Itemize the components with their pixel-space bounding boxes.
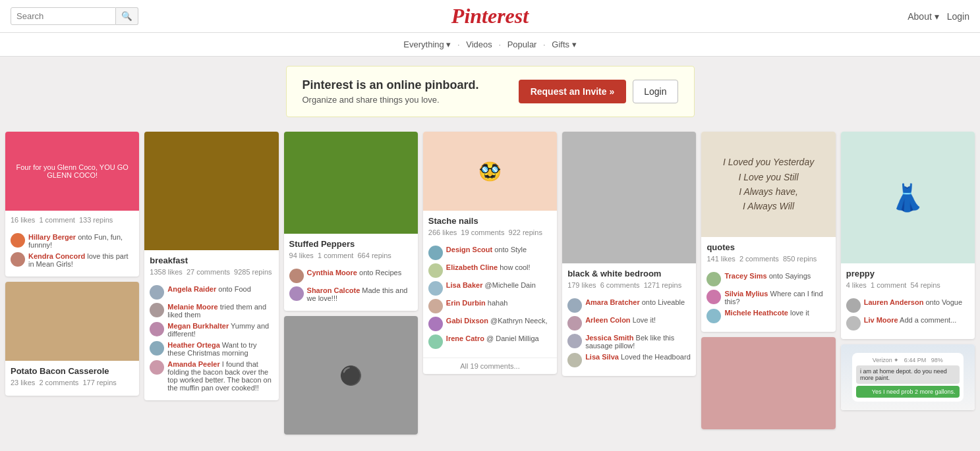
avatar <box>150 303 164 317</box>
pin-stats: 266 likes 19 comments 922 repins <box>428 228 552 236</box>
pin-stats: 16 likes 1 comment 133 repins <box>11 216 134 224</box>
comment-text: Erin Durbin hahah <box>446 299 508 307</box>
pin-card-casserole: Potato Bacon Casserole 23 likes 2 commen… <box>5 282 139 396</box>
pin-info: Stuffed Peppers 94 likes 1 comment 664 r… <box>284 234 418 269</box>
search-button[interactable]: 🔍 <box>116 7 138 25</box>
comment-item: Amanda Peeler I found that folding the b… <box>150 360 273 392</box>
pin-stats: 23 likes 2 comments 177 repins <box>11 379 134 386</box>
pin-card-quotes: I Loved you YesterdayI Love you StillI A… <box>701 132 835 332</box>
nails-icon: 🥸 <box>478 161 502 182</box>
comment-text: Arleen Colon Love it! <box>585 316 656 324</box>
pin-column-5: black & white bedroom 179 likes 6 commen… <box>562 132 696 435</box>
pin-info: Potato Bacon Casserole 23 likes 2 commen… <box>5 361 139 396</box>
avatar <box>846 316 861 331</box>
subnav-gifts[interactable]: Gifts ▾ <box>552 40 576 49</box>
avatar <box>150 341 164 356</box>
about-button[interactable]: About ▾ <box>908 11 938 22</box>
pin-title: preppy <box>846 269 969 279</box>
comment-item: Hillary Berger onto Fun, fun, funnny! <box>11 233 134 249</box>
pin-title: breakfast <box>150 255 273 265</box>
pin-image-pink: Four for you Glenn Coco, YOU GO GLENN CO… <box>5 132 139 211</box>
comment-text: Kendra Concord love this part in Mean Gi… <box>28 252 134 268</box>
banner-headline: Pinterest is an online pinboard. <box>303 78 479 92</box>
pin-column-7: 👗 preppy 4 likes 1 comment 54 repins Lau… <box>841 132 975 435</box>
avatar <box>846 298 861 313</box>
comment-item: Arleen Colon Love it! <box>567 316 691 331</box>
comment-item: Silvia Mylius Where can I find this? <box>706 290 830 305</box>
pin-card-eyeshadow <box>701 337 835 429</box>
comment-text: Lisa Baker @Michelle Dain <box>446 281 536 289</box>
pin-title: Potato Bacon Casserole <box>11 366 134 376</box>
pin-image-woman: ⚫ <box>284 316 418 435</box>
subnav-everything[interactable]: Everything ▾ <box>403 40 451 49</box>
pin-card-woman: ⚫ <box>284 316 418 435</box>
avatar <box>567 316 582 331</box>
pin-image-muffin <box>144 132 278 250</box>
pin-card-stuffed-peppers: Stuffed Peppers 94 likes 1 comment 664 r… <box>284 132 418 311</box>
pin-title: quotes <box>706 242 830 252</box>
subnav-popular[interactable]: Popular <box>507 40 537 49</box>
comment-item: Megan Burkhalter Yummy and different! <box>150 322 273 338</box>
pin-stats: 179 likes 6 comments 1271 repins <box>567 281 691 289</box>
comment-text: Elizabeth Cline how cool! <box>446 263 531 271</box>
all-comments-link[interactable]: All 19 comments... <box>423 358 557 374</box>
pin-image-peppers <box>284 132 418 234</box>
search-input[interactable] <box>11 7 116 25</box>
avatar <box>706 272 721 286</box>
pin-card-breakfast: breakfast 1358 likes 27 comments 9285 re… <box>144 132 278 400</box>
pin-stats: 94 likes 1 comment 664 repins <box>289 252 413 259</box>
pin-card-text-msg: Verizon ✦ 6:44 PM 98% i am at home depot… <box>841 344 975 410</box>
comment-text: Michele Heathcote love it <box>724 309 809 317</box>
pin-info: breakfast 1358 likes 27 comments 9285 re… <box>144 250 278 285</box>
pin-info: preppy 4 likes 1 comment 54 repins <box>841 263 975 298</box>
comment-text: Design Scout onto Style <box>446 246 527 253</box>
comment-item: Sharon Calcote Made this and we love!!! <box>289 286 413 302</box>
pin-card-dress: 👗 preppy 4 likes 1 comment 54 repins Lau… <box>841 132 975 339</box>
pin-image-text-msg: Verizon ✦ 6:44 PM 98% i am at home depot… <box>841 344 975 410</box>
comment-item: Tracey Sims onto Sayings <box>706 272 830 286</box>
comment-text: Liv Moore Add a comment... <box>864 316 957 324</box>
avatar <box>150 360 164 375</box>
avatar <box>428 263 443 278</box>
subnav-videos[interactable]: Videos <box>466 40 492 49</box>
avatar <box>567 334 582 348</box>
comment-item: Lauren Anderson onto Vogue <box>846 298 969 313</box>
pin-stats: 141 likes 2 comments 850 repins <box>706 255 830 263</box>
avatar <box>150 322 164 336</box>
comment-item: Amara Bratcher onto Liveable <box>567 298 691 313</box>
pin-title: black & white bedroom <box>567 269 691 279</box>
comment-item: Lisa Baker @Michelle Dain <box>428 281 552 296</box>
avatar <box>150 285 164 300</box>
comment-item: Liv Moore Add a comment... <box>846 316 969 331</box>
pin-title: Stuffed Peppers <box>289 239 413 249</box>
comment-item: Erin Durbin hahah <box>428 299 552 313</box>
avatar <box>11 233 25 248</box>
comment-item: Cynthia Moore onto Recipes <box>289 269 413 283</box>
comment-text: Lisa Silva Loved the Headboard <box>585 353 691 361</box>
login-button[interactable]: Login <box>947 11 969 22</box>
comment-item: Angela Raider onto Food <box>150 285 273 300</box>
comment-item: Kendra Concord love this part in Mean Gi… <box>11 252 134 268</box>
pin-card-nails: 🥸 Stache nails 266 likes 19 comments 922… <box>423 132 557 374</box>
comment-section: Cynthia Moore onto Recipes Sharon Calcot… <box>284 269 418 311</box>
comment-section: Angela Raider onto Food Melanie Moore tr… <box>144 285 278 400</box>
comment-text: Gabi Dixson @Kathryn Neeck, <box>446 317 548 325</box>
pin-image-dress: 👗 <box>841 132 975 263</box>
pin-card-pink: Four for you Glenn Coco, YOU GO GLENN CO… <box>5 132 139 277</box>
comment-text: Lauren Anderson onto Vogue <box>864 298 962 306</box>
avatar <box>706 290 721 304</box>
comment-text: Jessica Smith Bek like this sausage pill… <box>585 334 691 350</box>
comment-section: Lauren Anderson onto Vogue Liv Moore Add… <box>841 298 975 339</box>
comment-item: Lisa Silva Loved the Headboard <box>567 353 691 367</box>
comment-item: Design Scout onto Style <box>428 246 552 260</box>
pin-info: black & white bedroom 179 likes 6 commen… <box>562 263 696 298</box>
comment-item: Jessica Smith Bek like this sausage pill… <box>567 334 691 350</box>
pin-info: quotes 141 likes 2 comments 850 repins <box>701 237 835 272</box>
comment-item: Irene Catro @ Daniel Milliga <box>428 334 552 349</box>
comment-text: Melanie Moore tried them and liked them <box>167 303 273 319</box>
request-invite-button[interactable]: Request an Invite » <box>519 80 627 103</box>
login-banner-button[interactable]: Login <box>633 80 677 103</box>
pin-image-eyeshadow <box>701 337 835 429</box>
banner-text: Pinterest is an online pinboard. Organiz… <box>303 78 479 105</box>
comment-item: Gabi Dixson @Kathryn Neeck, <box>428 317 552 331</box>
